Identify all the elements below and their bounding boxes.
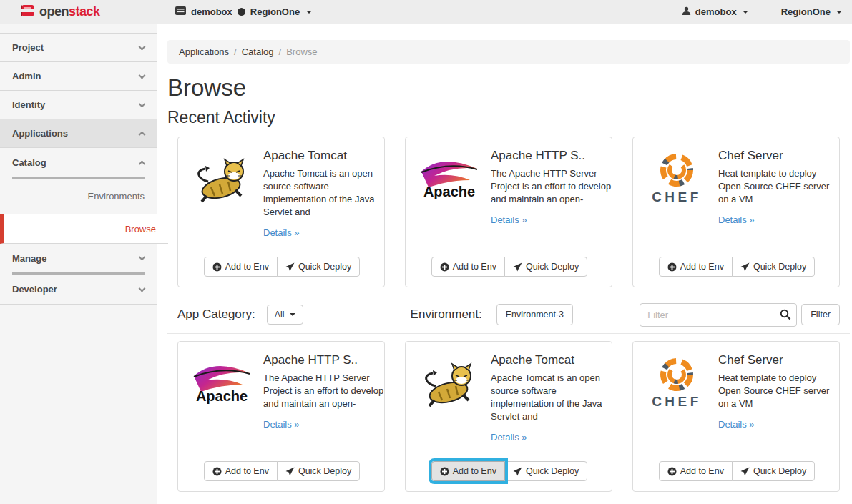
context-region-label: RegionOne: [250, 6, 300, 17]
sidebar-item-applications[interactable]: Applications: [0, 119, 157, 148]
chevron-up-icon: [139, 132, 146, 139]
app-card-chef-server: CHEF Chef Server Heat template to deploy…: [632, 341, 840, 492]
sidebar-item-identity[interactable]: Identity: [0, 91, 157, 119]
card-description: The Apache HTTP Server Project is an eff…: [263, 372, 385, 410]
chevron-down-icon: [139, 43, 146, 50]
apache-http-logo: Apache: [417, 149, 481, 213]
environment-label: Environment:: [411, 307, 482, 322]
chevron-up-icon: [139, 160, 146, 167]
main-content: Applications / Catalog / Browse Browse R…: [157, 24, 852, 504]
search-icon[interactable]: [780, 309, 791, 323]
add-to-env-button[interactable]: Add to Env: [431, 257, 505, 277]
user-name-label: demobox: [695, 6, 737, 17]
content-divider: [167, 333, 850, 334]
paper-plane-icon: [740, 467, 750, 476]
region-name-label: RegionOne: [781, 6, 831, 17]
plus-circle-icon: [440, 467, 449, 476]
sidebar-nav: Project Admin Identity Applications Cata…: [0, 24, 157, 504]
add-to-env-button[interactable]: Add to Env: [204, 257, 278, 277]
app-card-apache-tomcat: Apache Tomcat Apache Tomcat is an open s…: [405, 341, 612, 492]
openstack-brand[interactable]: openstack: [0, 4, 100, 20]
add-to-env-button[interactable]: Add to Env: [659, 257, 733, 277]
svg-text:CHEF: CHEF: [652, 189, 702, 204]
add-to-env-button[interactable]: Add to Env: [659, 461, 733, 481]
quick-deploy-button[interactable]: Quick Deploy: [504, 257, 587, 277]
breadcrumb-applications[interactable]: Applications: [179, 46, 229, 57]
card-description: Apache Tomcat is an open source software…: [263, 167, 385, 219]
sidebar-item-admin[interactable]: Admin: [0, 62, 157, 91]
app-category-dropdown[interactable]: All: [267, 305, 303, 325]
card-title: Apache HTTP S..: [263, 353, 374, 367]
plus-circle-icon: [667, 467, 677, 476]
app-card-apache-http: Apache Apache HTTP S.. The Apache HTTP S…: [177, 341, 385, 492]
apache-tomcat-logo: [417, 353, 481, 417]
details-link[interactable]: Details »: [263, 419, 300, 430]
app-category-label: App Category:: [177, 307, 255, 322]
svg-text:Apache: Apache: [423, 184, 475, 199]
sidebar-item-manage[interactable]: Manage: [0, 244, 157, 272]
sidebar-item-catalog[interactable]: Catalog: [0, 148, 157, 177]
breadcrumb-catalog[interactable]: Catalog: [242, 46, 274, 57]
region-menu[interactable]: RegionOne: [781, 6, 842, 17]
context-separator-dot: [238, 8, 245, 16]
chevron-down-icon: [743, 11, 748, 14]
card-description: The Apache HTTP Server Project is an eff…: [491, 167, 612, 206]
app-card-apache-tomcat: Apache Tomcat Apache Tomcat is an open s…: [177, 137, 385, 287]
details-link[interactable]: Details »: [491, 432, 527, 443]
sidebar-top-spacer: [0, 24, 157, 34]
chevron-down-icon: [306, 11, 312, 14]
breadcrumb: Applications / Catalog / Browse: [167, 40, 850, 64]
details-link[interactable]: Details »: [718, 419, 755, 430]
add-to-env-button-highlighted[interactable]: Add to Env: [431, 461, 505, 481]
quick-deploy-button[interactable]: Quick Deploy: [277, 257, 360, 277]
environment-select-button[interactable]: Environment-3: [496, 304, 573, 325]
chevron-down-icon: [139, 254, 146, 261]
card-description: Heat template to deploy Open Source CHEF…: [718, 167, 840, 206]
catalog-filter-bar: App Category: All Environment: Environme…: [167, 302, 850, 327]
user-menu[interactable]: demobox: [682, 6, 748, 18]
details-link[interactable]: Details »: [263, 227, 300, 238]
paper-plane-icon: [285, 262, 295, 272]
sidebar-item-environments[interactable]: Environments: [0, 179, 157, 214]
paper-plane-icon: [740, 262, 750, 272]
chevron-down-icon: [836, 11, 842, 14]
openstack-logo-icon: [19, 4, 35, 20]
add-to-env-button[interactable]: Add to Env: [204, 461, 278, 481]
quick-deploy-button[interactable]: Quick Deploy: [277, 461, 360, 481]
sidebar-item-browse[interactable]: Browse: [0, 214, 168, 244]
chevron-down-icon: [290, 313, 295, 316]
quick-deploy-button[interactable]: Quick Deploy: [732, 461, 815, 481]
top-navbar: openstack demobox RegionOne demobox: [0, 0, 852, 24]
apache-http-logo: Apache: [190, 353, 254, 417]
paper-plane-icon: [285, 467, 295, 476]
card-title: Apache Tomcat: [491, 353, 602, 367]
plus-circle-icon: [667, 262, 677, 272]
card-title: Chef Server: [718, 149, 829, 163]
project-list-icon: [175, 6, 186, 17]
sidebar-item-developer[interactable]: Developer: [0, 275, 157, 305]
quick-deploy-button[interactable]: Quick Deploy: [732, 257, 815, 277]
svg-text:CHEF: CHEF: [652, 394, 702, 409]
app-card-apache-http: Apache Apache HTTP S.. The Apache HTTP S…: [405, 137, 612, 287]
page-title: Browse: [167, 74, 850, 102]
chef-logo: CHEF: [645, 149, 709, 213]
filter-search: [640, 303, 797, 327]
card-title: Apache Tomcat: [263, 149, 374, 163]
breadcrumb-browse: Browse: [286, 46, 317, 57]
card-title: Apache HTTP S..: [491, 149, 602, 163]
quick-deploy-button[interactable]: Quick Deploy: [504, 461, 587, 481]
catalog-cards: Apache Apache HTTP S.. The Apache HTTP S…: [167, 341, 850, 492]
card-description: Heat template to deploy Open Source CHEF…: [718, 372, 840, 410]
filter-button[interactable]: Filter: [801, 304, 840, 325]
project-region-switcher[interactable]: demobox RegionOne: [175, 6, 312, 17]
sidebar-item-project[interactable]: Project: [0, 34, 157, 62]
details-link[interactable]: Details »: [491, 214, 527, 225]
filter-search-input[interactable]: [640, 303, 797, 327]
plus-circle-icon: [212, 467, 222, 476]
user-icon: [682, 6, 691, 18]
chevron-down-icon: [139, 71, 146, 79]
plus-circle-icon: [440, 262, 449, 272]
card-title: Chef Server: [718, 353, 829, 367]
card-description: Apache Tomcat is an open source software…: [491, 372, 612, 423]
details-link[interactable]: Details »: [718, 214, 755, 225]
